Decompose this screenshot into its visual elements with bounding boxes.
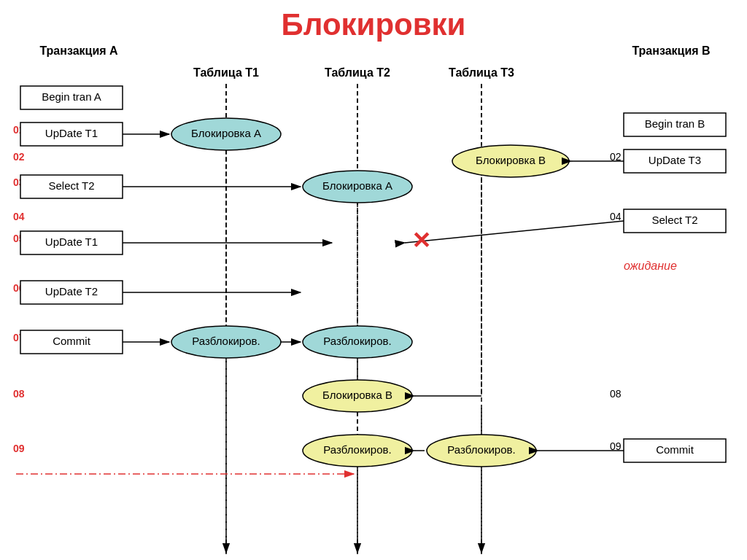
block-a2-label: Блокировка А: [322, 179, 392, 192]
commit-a-label: Commit: [53, 335, 90, 347]
arrow-select-t2-b-to-x: [405, 221, 624, 243]
block-b1-label: Блокировка В: [476, 154, 546, 166]
transaction-a-header: Транзакция А: [39, 44, 118, 57]
update-t2-a-label: UpDate T2: [45, 285, 98, 298]
num-08-right: 08: [610, 388, 622, 400]
block-a1-label: Блокировка А: [191, 127, 261, 139]
table-t1-header: Таблица T1: [193, 66, 259, 79]
update-t1-a-label: UpDate T1: [45, 127, 98, 139]
begin-tran-a-label: Begin tran A: [42, 90, 101, 103]
num-04-left: 04: [13, 211, 25, 222]
unblock-a1-label: Разблокиров.: [192, 335, 260, 347]
unblock-a2-label: Разблокиров.: [323, 335, 391, 347]
waiting-label: ожидание: [624, 260, 677, 272]
num-04-right: 04: [610, 211, 622, 222]
num-09-left: 09: [13, 443, 25, 454]
transaction-b-header: Транзакция В: [632, 44, 710, 57]
unblock-b1-label: Разблокиров.: [323, 443, 391, 456]
table-t2-header: Таблица T2: [325, 66, 390, 79]
unblock-b2-label: Разблокиров.: [447, 443, 515, 456]
block-b2-label: Блокировка В: [322, 389, 392, 401]
update-t1-a2-label: UpDate T1: [45, 236, 98, 248]
num-08-left: 08: [13, 388, 25, 400]
table-t3-header: Таблица T3: [449, 66, 514, 79]
begin-tran-b-label: Begin tran B: [645, 117, 705, 130]
select-t2-b-label: Select T2: [651, 214, 697, 226]
update-t3-b-label: UpDate T3: [649, 154, 701, 166]
select-t2-a-label: Select T2: [48, 179, 94, 192]
blocked-x-symbol: ✕: [411, 228, 431, 254]
commit-b-label: Commit: [656, 443, 694, 456]
num-02-left: 02: [13, 151, 25, 163]
